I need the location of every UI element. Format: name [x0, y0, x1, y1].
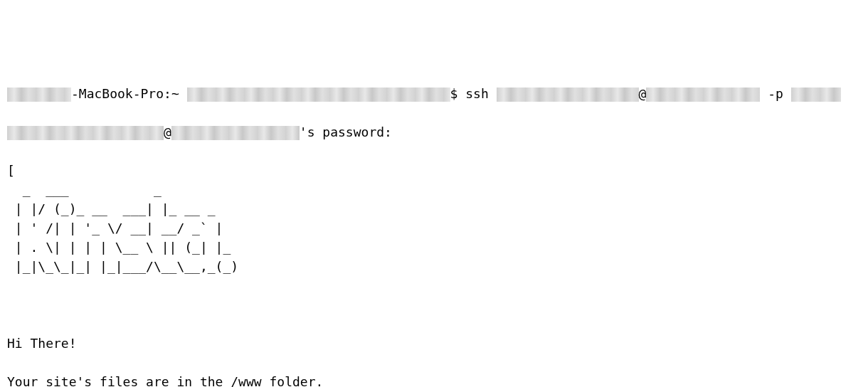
- motd-line-1: Hi There!: [7, 334, 861, 353]
- port-flag: -p: [760, 86, 790, 101]
- terminal-host-label: -MacBook-Pro:~: [71, 86, 187, 101]
- redacted-pw-user: [7, 126, 164, 140]
- redacted-host-prefix: [7, 88, 71, 102]
- ascii-art-logo: [ _ ___ _ | |/ (_)_ __ ___| |_ __ _ | ' …: [7, 161, 861, 276]
- blank-line-1: [7, 295, 861, 314]
- redacted-port: [791, 88, 841, 102]
- at-symbol-1: @: [639, 86, 647, 101]
- redacted-local-user: [187, 88, 450, 102]
- motd-line-2: Your site's files are in the /www folder…: [7, 372, 861, 387]
- redacted-ssh-user: [497, 88, 639, 102]
- redacted-pw-host: [171, 126, 300, 140]
- password-prompt-text: 's password:: [300, 124, 392, 139]
- at-symbol-2: @: [164, 124, 171, 139]
- redacted-ssh-host: [646, 88, 760, 102]
- ssh-command-text: $ ssh: [450, 86, 497, 101]
